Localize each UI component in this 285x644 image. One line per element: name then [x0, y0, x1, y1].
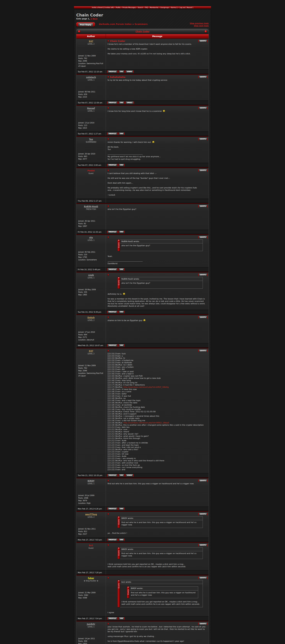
- author-name-link[interactable]: solotech: [77, 76, 105, 78]
- pm-button[interactable]: PM: [119, 268, 124, 271]
- pm-button[interactable]: PM: [119, 344, 124, 347]
- pm-button[interactable]: PM: [119, 231, 124, 233]
- goto-next-link[interactable]: Next: [92, 18, 97, 20]
- text-line: [108, 180, 207, 182]
- view-next-topic-link[interactable]: View next topic: [194, 25, 209, 27]
- pm-button[interactable]: PM: [119, 538, 124, 541]
- pm-button[interactable]: PM: [119, 508, 124, 510]
- author-name-link[interactable]: RoBiN-HooD: [77, 205, 105, 208]
- quote-button[interactable]: QUOTE: [199, 350, 207, 352]
- author-name-link[interactable]: wesTThug: [77, 513, 105, 516]
- text-line: [22:17] SKuffLe: http://scan4you.net/res…: [108, 386, 207, 388]
- pm-button[interactable]: PM: [119, 474, 124, 477]
- top-menu-item[interactable]: Karma (): [171, 7, 178, 8]
- quote-button[interactable]: QUOTE: [199, 205, 207, 208]
- post: fubar ♛ King Hustler ♛ Joined: 21 Mar 20…: [76, 576, 209, 622]
- thread-title-link[interactable]: Chain Coder: [135, 30, 150, 33]
- breadcrumb-row: Post Reply darkode.com Forum Index » Sca…: [76, 22, 209, 27]
- profile-button[interactable]: PROFILE: [108, 538, 117, 541]
- text-line: [22:15] Chain: at darkode: [108, 362, 207, 364]
- top-menu-item[interactable]: Search: [138, 7, 143, 8]
- profile-button[interactable]: PROFILE: [108, 102, 117, 104]
- post-date: Tue Feb 07, 2012 12:59 am: [76, 100, 106, 105]
- view-previous-topic-link[interactable]: View previous topic: [190, 22, 209, 24]
- text-line: [108, 253, 207, 255]
- post-subject-row: [108, 544, 207, 546]
- post-footer-buttons: PROFILEPMWWW: [106, 473, 209, 478]
- pm-button[interactable]: PM: [119, 132, 124, 135]
- author-name-link[interactable]: Junib3r: [77, 623, 105, 625]
- author-stat-line: Rep: 1697: [78, 225, 105, 228]
- quote-button[interactable]: QUOTE: [199, 274, 207, 276]
- forum-content: Chain Coder Goto page 1, 2 Next Post Rep…: [74, 10, 211, 644]
- quote-button[interactable]: QUOTE: [199, 513, 207, 516]
- quote-block: “QuoteBiRDY wrote:find out who he is and…: [117, 516, 203, 528]
- quote-button[interactable]: QUOTE: [199, 40, 207, 42]
- author-name-link[interactable]: bx1: [77, 544, 105, 547]
- pm-button[interactable]: PM: [119, 164, 124, 166]
- breadcrumb-root-link[interactable]: darkode.com Forum Index: [99, 23, 132, 25]
- quote-button[interactable]: QUOTE: [199, 76, 207, 78]
- quote-content: BiRDY wrote:find out who he is and ban h…: [129, 586, 198, 598]
- quote-button[interactable]: QUOTE: [199, 316, 207, 319]
- author-name-link[interactable]: BiRDY: [77, 480, 105, 482]
- profile-button[interactable]: PROFILE: [108, 164, 117, 166]
- top-menu-item[interactable]: Log out [ Nassef ]: [180, 7, 193, 8]
- top-menu-item[interactable]: Private Messages: [122, 7, 136, 8]
- www-button[interactable]: WWW: [126, 474, 133, 477]
- author-stat-line: Posts: 762: [78, 367, 105, 370]
- pm-button[interactable]: PM: [119, 102, 124, 104]
- profile-button[interactable]: PROFILE: [108, 132, 117, 135]
- profile-button[interactable]: PROFILE: [108, 344, 117, 347]
- top-menu-item[interactable]: Profile: [116, 7, 121, 8]
- profile-button[interactable]: PROFILE: [108, 617, 117, 620]
- author-name-link[interactable]: Doksh: [77, 316, 105, 319]
- profile-button[interactable]: PROFILE: [108, 311, 117, 313]
- quote-button[interactable]: QUOTE: [199, 577, 207, 579]
- author-name-link[interactable]: X47: [77, 350, 105, 352]
- quote-button[interactable]: QUOTE: [199, 169, 207, 172]
- quote-button[interactable]: QUOTE: [199, 107, 207, 109]
- www-button[interactable]: WWW: [126, 70, 133, 73]
- quote-button[interactable]: QUOTE: [199, 138, 207, 140]
- pm-button[interactable]: PM: [119, 70, 124, 73]
- profile-button[interactable]: PROFILE: [108, 508, 117, 510]
- text-line: wait until mafi come and confirm he is a…: [108, 566, 207, 568]
- author-stat-line: Rep: 3679: [78, 499, 105, 502]
- chat-link[interactable]: http://scan4you.net/result.php?id=9f562_…: [123, 422, 169, 424]
- author-stat-line: Posts: 113: [78, 124, 105, 127]
- profile-button[interactable]: PROFILE: [108, 268, 117, 271]
- email-button[interactable]: EMAIL: [126, 102, 134, 104]
- quote-button[interactable]: QUOTE: [199, 544, 207, 546]
- post-main-row: BiRDY LEVEL 1 Joined: 20 Jul 2009Posts: …: [76, 478, 209, 506]
- pm-button[interactable]: PM: [119, 617, 124, 620]
- author-name-link[interactable]: X47: [77, 40, 105, 42]
- author-stat-line: Joined: 01 Nov 2011: [78, 528, 105, 530]
- author-name-link[interactable]: Pwdot: [77, 170, 105, 172]
- top-menu-item[interactable]: Usergroups: [160, 7, 169, 8]
- profile-button[interactable]: PROFILE: [108, 231, 117, 233]
- signature-line: DarkWorld: [108, 262, 207, 265]
- author-name-link[interactable]: fubar: [77, 577, 105, 580]
- top-menu-item[interactable]: FAQ: [145, 7, 148, 8]
- top-menu-item[interactable]: Invite a friend (2 invites left): [92, 7, 114, 8]
- author-name-link[interactable]: Nassef: [77, 107, 105, 110]
- profile-button[interactable]: PROFILE: [108, 474, 117, 477]
- post-icon: [108, 138, 109, 140]
- author-rank: FRESH FISH: [77, 208, 105, 210]
- quote-button[interactable]: QUOTE: [199, 622, 207, 625]
- author-name-link[interactable]: r0x: [77, 236, 105, 239]
- quote-button[interactable]: QUOTE: [199, 480, 207, 482]
- author-name-link[interactable]: Tux: [77, 138, 105, 140]
- author-name-link[interactable]: snob: [77, 274, 105, 276]
- post-main-row: Doksh LEVEL 2 Joined: 17 Jun 2010Posts: …: [76, 315, 209, 343]
- quote-button[interactable]: QUOTE: [199, 236, 207, 238]
- goto-page-2-link[interactable]: 2: [90, 18, 92, 20]
- breadcrumb-section-link[interactable]: Scammers: [135, 23, 148, 25]
- post-reply-button[interactable]: Post Reply: [76, 22, 95, 26]
- pm-button[interactable]: PM: [119, 311, 124, 313]
- quote-bar: “Quote: [117, 277, 120, 289]
- profile-button[interactable]: PROFILE: [108, 70, 117, 73]
- chat-link[interactable]: http://scan4you.net/result.php?id=bf92f_…: [123, 386, 169, 388]
- top-menu-item[interactable]: Memberlist: [150, 7, 158, 8]
